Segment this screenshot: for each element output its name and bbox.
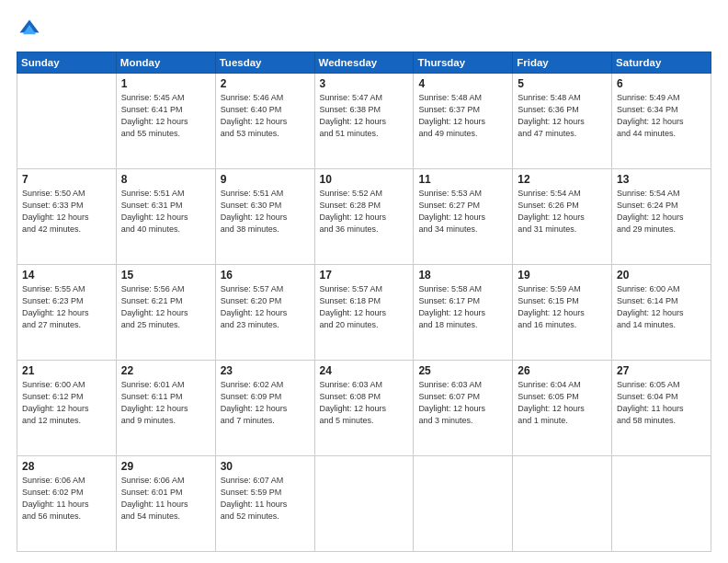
day-info: Sunrise: 6:04 AM Sunset: 6:05 PM Dayligh… (518, 379, 607, 427)
day-cell: 25Sunrise: 6:03 AM Sunset: 6:07 PM Dayli… (414, 361, 513, 456)
day-number: 10 (320, 173, 409, 186)
day-cell: 6Sunrise: 5:49 AM Sunset: 6:34 PM Daylig… (612, 74, 711, 169)
week-row-0: 1Sunrise: 5:45 AM Sunset: 6:41 PM Daylig… (17, 74, 711, 169)
day-cell: 3Sunrise: 5:47 AM Sunset: 6:38 PM Daylig… (314, 74, 414, 169)
day-info: Sunrise: 5:50 AM Sunset: 6:33 PM Dayligh… (22, 188, 111, 236)
week-row-1: 7Sunrise: 5:50 AM Sunset: 6:33 PM Daylig… (17, 169, 711, 265)
day-cell: 22Sunrise: 6:01 AM Sunset: 6:11 PM Dayli… (116, 361, 215, 456)
day-info: Sunrise: 5:52 AM Sunset: 6:28 PM Dayligh… (320, 188, 409, 236)
logo-icon (17, 17, 42, 42)
day-number: 21 (22, 364, 111, 377)
week-row-4: 28Sunrise: 6:06 AM Sunset: 6:02 PM Dayli… (17, 456, 711, 552)
day-number: 15 (121, 269, 210, 282)
day-cell (17, 74, 117, 169)
day-cell: 19Sunrise: 5:59 AM Sunset: 6:15 PM Dayli… (513, 265, 612, 361)
day-info: Sunrise: 5:47 AM Sunset: 6:38 PM Dayligh… (320, 92, 409, 140)
day-number: 17 (320, 269, 409, 282)
day-number: 3 (320, 77, 409, 90)
day-number: 24 (320, 364, 409, 377)
day-cell: 28Sunrise: 6:06 AM Sunset: 6:02 PM Dayli… (17, 456, 117, 552)
day-cell: 12Sunrise: 5:54 AM Sunset: 6:26 PM Dayli… (513, 169, 612, 265)
week-row-3: 21Sunrise: 6:00 AM Sunset: 6:12 PM Dayli… (17, 361, 711, 456)
day-cell (612, 456, 711, 552)
day-info: Sunrise: 6:03 AM Sunset: 6:08 PM Dayligh… (320, 379, 409, 427)
day-info: Sunrise: 6:00 AM Sunset: 6:14 PM Dayligh… (617, 283, 706, 331)
logo (17, 17, 46, 42)
day-number: 22 (121, 364, 210, 377)
day-cell: 29Sunrise: 6:06 AM Sunset: 6:01 PM Dayli… (116, 456, 215, 552)
day-cell: 4Sunrise: 5:48 AM Sunset: 6:37 PM Daylig… (414, 74, 513, 169)
day-number: 20 (617, 269, 706, 282)
day-info: Sunrise: 5:57 AM Sunset: 6:20 PM Dayligh… (221, 283, 310, 331)
day-number: 13 (617, 173, 706, 186)
day-cell: 7Sunrise: 5:50 AM Sunset: 6:33 PM Daylig… (17, 169, 117, 265)
day-cell: 21Sunrise: 6:00 AM Sunset: 6:12 PM Dayli… (17, 361, 117, 456)
week-row-2: 14Sunrise: 5:55 AM Sunset: 6:23 PM Dayli… (17, 265, 711, 361)
day-info: Sunrise: 5:56 AM Sunset: 6:21 PM Dayligh… (121, 283, 210, 331)
day-info: Sunrise: 5:51 AM Sunset: 6:31 PM Dayligh… (121, 188, 210, 236)
day-number: 5 (518, 77, 607, 90)
day-cell (314, 456, 414, 552)
day-info: Sunrise: 5:59 AM Sunset: 6:15 PM Dayligh… (518, 283, 607, 331)
day-number: 4 (418, 77, 507, 90)
day-number: 19 (518, 269, 607, 282)
day-cell: 30Sunrise: 6:07 AM Sunset: 5:59 PM Dayli… (215, 456, 314, 552)
day-cell: 26Sunrise: 6:04 AM Sunset: 6:05 PM Dayli… (513, 361, 612, 456)
day-info: Sunrise: 6:06 AM Sunset: 6:02 PM Dayligh… (22, 475, 111, 523)
day-cell: 18Sunrise: 5:58 AM Sunset: 6:17 PM Dayli… (414, 265, 513, 361)
day-info: Sunrise: 6:05 AM Sunset: 6:04 PM Dayligh… (617, 379, 706, 427)
weekday-wednesday: Wednesday (314, 52, 414, 74)
day-number: 11 (418, 173, 507, 186)
day-info: Sunrise: 5:53 AM Sunset: 6:27 PM Dayligh… (418, 188, 507, 236)
day-cell: 8Sunrise: 5:51 AM Sunset: 6:31 PM Daylig… (116, 169, 215, 265)
day-info: Sunrise: 5:48 AM Sunset: 6:37 PM Dayligh… (418, 92, 507, 140)
day-number: 7 (22, 173, 111, 186)
day-number: 28 (22, 460, 111, 473)
day-number: 9 (221, 173, 310, 186)
day-cell: 14Sunrise: 5:55 AM Sunset: 6:23 PM Dayli… (17, 265, 117, 361)
day-number: 25 (418, 364, 507, 377)
calendar-table: SundayMondayTuesdayWednesdayThursdayFrid… (17, 52, 711, 552)
day-number: 29 (121, 460, 210, 473)
weekday-thursday: Thursday (414, 52, 513, 74)
day-number: 12 (518, 173, 607, 186)
day-number: 8 (121, 173, 210, 186)
weekday-friday: Friday (513, 52, 612, 74)
day-number: 16 (221, 269, 310, 282)
day-info: Sunrise: 5:45 AM Sunset: 6:41 PM Dayligh… (121, 92, 210, 140)
day-cell: 23Sunrise: 6:02 AM Sunset: 6:09 PM Dayli… (215, 361, 314, 456)
day-number: 26 (518, 364, 607, 377)
day-cell (414, 456, 513, 552)
day-cell: 20Sunrise: 6:00 AM Sunset: 6:14 PM Dayli… (612, 265, 711, 361)
day-info: Sunrise: 5:49 AM Sunset: 6:34 PM Dayligh… (617, 92, 706, 140)
day-cell: 5Sunrise: 5:48 AM Sunset: 6:36 PM Daylig… (513, 74, 612, 169)
day-cell: 16Sunrise: 5:57 AM Sunset: 6:20 PM Dayli… (215, 265, 314, 361)
day-number: 27 (617, 364, 706, 377)
header (17, 17, 711, 42)
day-number: 30 (221, 460, 310, 473)
weekday-tuesday: Tuesday (215, 52, 314, 74)
day-info: Sunrise: 5:55 AM Sunset: 6:23 PM Dayligh… (22, 283, 111, 331)
day-info: Sunrise: 5:54 AM Sunset: 6:26 PM Dayligh… (518, 188, 607, 236)
day-number: 6 (617, 77, 706, 90)
day-info: Sunrise: 6:00 AM Sunset: 6:12 PM Dayligh… (22, 379, 111, 427)
weekday-monday: Monday (116, 52, 215, 74)
day-info: Sunrise: 6:07 AM Sunset: 5:59 PM Dayligh… (221, 475, 310, 523)
day-cell: 11Sunrise: 5:53 AM Sunset: 6:27 PM Dayli… (414, 169, 513, 265)
day-info: Sunrise: 5:51 AM Sunset: 6:30 PM Dayligh… (221, 188, 310, 236)
day-number: 1 (121, 77, 210, 90)
day-cell: 17Sunrise: 5:57 AM Sunset: 6:18 PM Dayli… (314, 265, 414, 361)
day-cell: 15Sunrise: 5:56 AM Sunset: 6:21 PM Dayli… (116, 265, 215, 361)
day-number: 18 (418, 269, 507, 282)
day-info: Sunrise: 6:06 AM Sunset: 6:01 PM Dayligh… (121, 475, 210, 523)
weekday-saturday: Saturday (612, 52, 711, 74)
day-number: 23 (221, 364, 310, 377)
day-cell: 2Sunrise: 5:46 AM Sunset: 6:40 PM Daylig… (215, 74, 314, 169)
day-info: Sunrise: 5:58 AM Sunset: 6:17 PM Dayligh… (418, 283, 507, 331)
day-info: Sunrise: 5:48 AM Sunset: 6:36 PM Dayligh… (518, 92, 607, 140)
weekday-sunday: Sunday (17, 52, 117, 74)
day-number: 14 (22, 269, 111, 282)
weekday-header-row: SundayMondayTuesdayWednesdayThursdayFrid… (17, 52, 711, 74)
day-number: 2 (221, 77, 310, 90)
day-cell: 24Sunrise: 6:03 AM Sunset: 6:08 PM Dayli… (314, 361, 414, 456)
